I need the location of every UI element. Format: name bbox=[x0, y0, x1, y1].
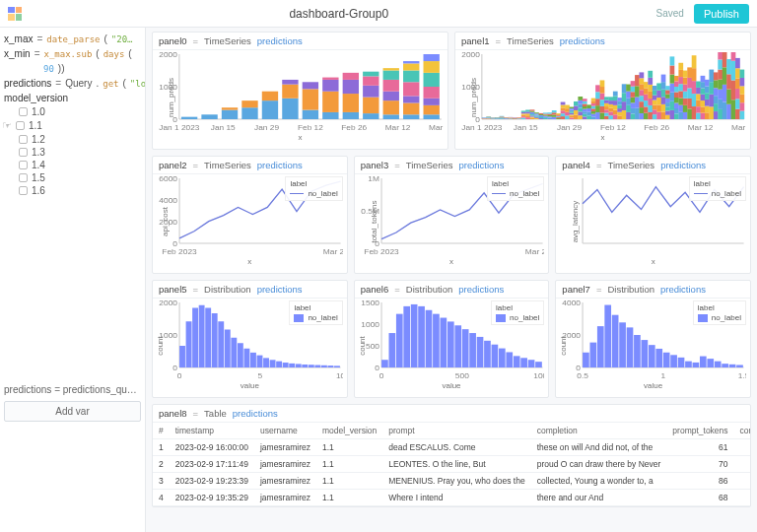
svg-rect-386 bbox=[709, 106, 714, 119]
svg-rect-308 bbox=[656, 112, 661, 119]
model-version-option[interactable]: 1.0 bbox=[4, 105, 141, 118]
panel5[interactable]: panel5=Distributionpredictions labelno_l… bbox=[152, 280, 348, 398]
svg-rect-537 bbox=[729, 365, 736, 367]
checkbox[interactable] bbox=[19, 135, 28, 144]
svg-rect-373 bbox=[701, 113, 706, 119]
dashboard-title[interactable]: dashboard-Group0 bbox=[289, 7, 388, 21]
svg-text:Jan 1 2023: Jan 1 2023 bbox=[461, 123, 503, 132]
svg-rect-288 bbox=[644, 113, 649, 119]
svg-text:0: 0 bbox=[375, 364, 379, 372]
svg-text:Feb 12: Feb 12 bbox=[600, 123, 626, 132]
svg-rect-523 bbox=[627, 327, 634, 367]
svg-rect-169 bbox=[552, 110, 557, 112]
svg-rect-467 bbox=[270, 360, 276, 367]
checkbox[interactable] bbox=[19, 186, 28, 195]
svg-rect-208 bbox=[583, 106, 587, 109]
svg-rect-205 bbox=[583, 114, 587, 117]
svg-rect-401 bbox=[718, 59, 723, 69]
svg-rect-165 bbox=[547, 112, 552, 113]
svg-rect-101 bbox=[500, 117, 505, 118]
svg-rect-420 bbox=[735, 68, 740, 78]
svg-rect-234 bbox=[600, 80, 605, 87]
table-header[interactable]: model_version bbox=[316, 423, 382, 439]
panel6[interactable]: panel6=Distributionpredictions labelno_l… bbox=[354, 280, 550, 398]
table-header[interactable]: completion bbox=[531, 423, 667, 439]
table-header[interactable]: prompt bbox=[382, 423, 530, 439]
svg-rect-294 bbox=[648, 112, 653, 119]
svg-rect-517 bbox=[583, 353, 589, 367]
panel1[interactable]: panel1=TimeSeriespredictions num_preds J… bbox=[454, 32, 751, 150]
panel0[interactable]: panel0=TimeSeriespredictions num_preds J… bbox=[152, 32, 448, 150]
svg-rect-148 bbox=[534, 112, 539, 113]
table-header[interactable]: # bbox=[153, 423, 170, 439]
svg-rect-184 bbox=[565, 108, 570, 112]
svg-rect-228 bbox=[595, 85, 600, 92]
panel3[interactable]: panel3=TimeSeriespredictions labelno_lab… bbox=[354, 156, 550, 274]
model-version-option[interactable]: ☞1.1 bbox=[4, 118, 141, 133]
svg-rect-21 bbox=[282, 85, 298, 99]
checkbox[interactable] bbox=[19, 107, 28, 116]
model-version-option[interactable]: 1.5 bbox=[4, 171, 141, 184]
model-version-option[interactable]: 1.6 bbox=[4, 184, 141, 197]
svg-rect-286 bbox=[639, 78, 644, 84]
svg-rect-57 bbox=[424, 61, 440, 73]
checkbox[interactable] bbox=[19, 161, 28, 169]
var-xmax[interactable]: x_max = date_parse("20… bbox=[4, 33, 141, 44]
svg-rect-52 bbox=[424, 114, 440, 119]
app-logo bbox=[8, 7, 22, 21]
svg-rect-306 bbox=[653, 91, 657, 96]
table-header[interactable]: prompt_tokens bbox=[666, 423, 733, 439]
svg-rect-384 bbox=[705, 87, 710, 94]
publish-button[interactable]: Publish bbox=[694, 4, 749, 24]
svg-rect-499 bbox=[469, 333, 476, 367]
svg-rect-22 bbox=[282, 80, 298, 85]
model-version-option[interactable]: 1.3 bbox=[4, 146, 141, 159]
svg-rect-124 bbox=[521, 118, 526, 119]
svg-rect-172 bbox=[556, 116, 561, 117]
svg-rect-259 bbox=[617, 98, 622, 101]
svg-rect-493 bbox=[425, 310, 432, 367]
svg-rect-13 bbox=[201, 114, 217, 119]
table-row[interactable]: 12023-02-9 16:00:00jamesramirez1.1dead E… bbox=[153, 439, 750, 456]
svg-rect-534 bbox=[708, 359, 715, 367]
checkbox[interactable] bbox=[19, 173, 28, 182]
table-header[interactable]: username bbox=[254, 423, 316, 439]
checkbox[interactable] bbox=[19, 148, 28, 157]
variables-sidebar: x_max = date_parse("20… x_min = x_max.su… bbox=[0, 28, 146, 532]
svg-rect-318 bbox=[661, 75, 666, 83]
panel2[interactable]: panel2=TimeSeriespredictions labelno_lab… bbox=[152, 156, 348, 274]
svg-rect-173 bbox=[556, 115, 561, 116]
add-var-button[interactable]: Add var bbox=[4, 401, 141, 422]
svg-rect-222 bbox=[591, 100, 596, 103]
table-row[interactable]: 22023-02-9 17:11:49jamesramirez1.1LEONTE… bbox=[153, 456, 750, 473]
var-predictions[interactable]: predictions = Query.get("loca… bbox=[4, 78, 141, 89]
svg-rect-47 bbox=[403, 96, 419, 102]
dashboard-main[interactable]: panel0=TimeSeriespredictions num_preds J… bbox=[146, 28, 757, 532]
svg-rect-456 bbox=[199, 305, 205, 367]
checkbox[interactable] bbox=[16, 121, 25, 130]
panel8-table[interactable]: #timestampusernamemodel_versionpromptcom… bbox=[153, 423, 750, 506]
model-version-option[interactable]: 1.4 bbox=[4, 159, 141, 171]
svg-rect-252 bbox=[613, 96, 618, 100]
var-predictions-q[interactable]: predictions = predictions_qu… bbox=[4, 384, 141, 395]
svg-rect-279 bbox=[635, 75, 640, 86]
legend-panel7: labelno_label bbox=[693, 300, 746, 325]
model-version-option[interactable]: 1.2 bbox=[4, 133, 141, 146]
panel7[interactable]: panel7=Distributionpredictions labelno_l… bbox=[555, 280, 751, 398]
table-row[interactable]: 32023-02-9 19:23:39jamesramirez1.1MENENI… bbox=[153, 473, 750, 490]
panel8[interactable]: panel8=Tablepredictions #timestampuserna… bbox=[152, 404, 751, 507]
var-xmin[interactable]: x_min = x_max.sub(days( bbox=[4, 48, 141, 59]
svg-rect-287 bbox=[639, 72, 644, 78]
panel4[interactable]: panel4=TimeSeriespredictions labelno_lab… bbox=[555, 156, 751, 274]
svg-rect-170 bbox=[556, 118, 561, 119]
svg-rect-298 bbox=[648, 85, 653, 92]
table-header[interactable]: completion_tokens bbox=[734, 423, 750, 439]
table-row[interactable]: 42023-02-9 19:35:29jamesramirez1.1Where … bbox=[153, 490, 750, 506]
svg-rect-18 bbox=[262, 100, 278, 119]
table-header[interactable]: timestamp bbox=[170, 423, 254, 439]
svg-rect-471 bbox=[296, 364, 302, 367]
svg-text:2000: 2000 bbox=[159, 52, 177, 59]
svg-rect-253 bbox=[613, 92, 618, 97]
svg-text:Mar 2023: Mar 2023 bbox=[525, 247, 545, 256]
svg-rect-223 bbox=[591, 99, 596, 101]
